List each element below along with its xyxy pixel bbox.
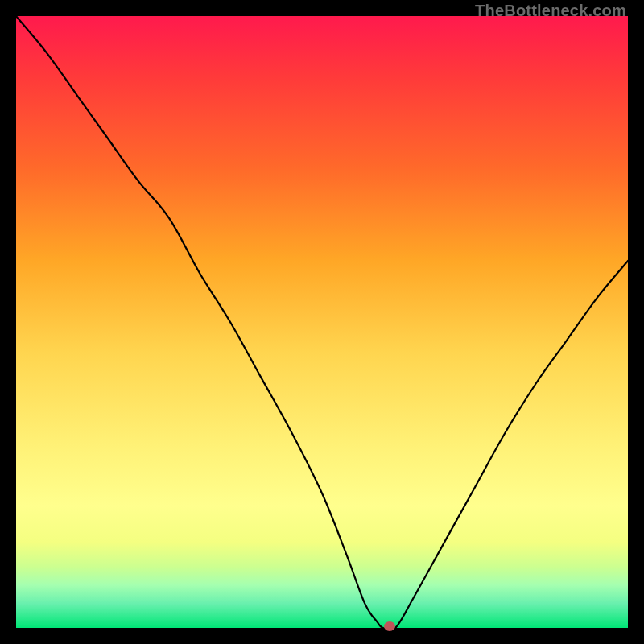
plot-area	[16, 16, 628, 628]
minimum-marker	[384, 621, 395, 631]
curve-svg	[16, 16, 628, 628]
chart-container: TheBottleneck.com	[0, 0, 644, 644]
curve-path	[16, 16, 628, 628]
